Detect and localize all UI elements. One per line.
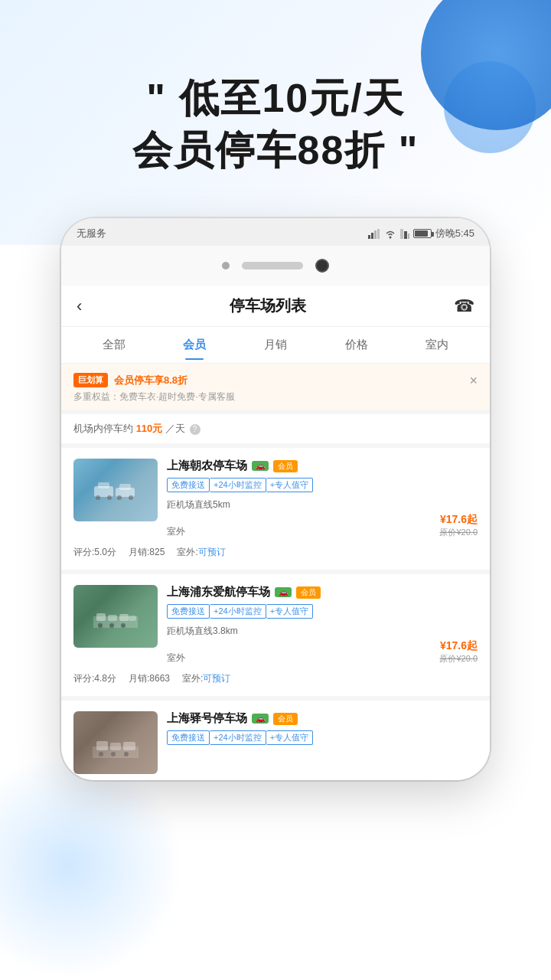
- feature-tags-3: 免费接送 +24小时监控 +专人值守: [167, 730, 478, 745]
- svg-rect-9: [98, 482, 109, 488]
- badge-green-1: 🚗: [252, 461, 269, 471]
- camera-bar: [61, 246, 490, 286]
- badge-member-2: 会员: [296, 586, 321, 599]
- filter-tabs: 全部 会员 月销 价格 室内: [61, 327, 490, 364]
- svg-rect-18: [108, 615, 117, 621]
- help-icon[interactable]: ?: [190, 424, 201, 435]
- parking-card-3[interactable]: 上海驿号停车场 🚗 会员 免费接送 +24小时监控 +专人值守: [61, 701, 490, 780]
- card-bottom-1: 评分:5.0分 月销:825 室外:可预订: [73, 546, 478, 559]
- page-title: 停车场列表: [230, 296, 306, 316]
- svg-point-21: [98, 623, 103, 628]
- card-bottom-2: 评分:4.8分 月销:8663 室外:可预订: [73, 672, 478, 685]
- feature-tag-2-0: 免费接送: [167, 604, 210, 619]
- tab-price[interactable]: 价格: [316, 330, 397, 360]
- card-name-row-1: 上海朝农停车场 🚗 会员: [167, 459, 478, 473]
- airport-price-unit: ／天: [165, 423, 185, 434]
- airport-price-info: 机场内停车约 110元 ／天 ?: [61, 414, 490, 448]
- svg-rect-6: [404, 231, 407, 239]
- battery-icon: [413, 229, 432, 238]
- card-info-1: 上海朝农停车场 🚗 会员 免费接送 +24小时监控 +专人值守 距机场直线5km…: [167, 459, 478, 538]
- svg-rect-26: [110, 743, 121, 750]
- svg-rect-1: [371, 233, 373, 239]
- badge-member-3: 会员: [273, 713, 298, 725]
- card-bookable-1[interactable]: 可预订: [198, 547, 226, 557]
- promo-close-button[interactable]: ×: [469, 373, 478, 389]
- airport-price-value: 110元: [136, 423, 163, 434]
- sensor-dot: [222, 262, 230, 270]
- card-rating-2: 评分:4.8分: [73, 672, 116, 685]
- svg-point-10: [96, 495, 100, 500]
- card-name-row-3: 上海驿号停车场 🚗 会员: [167, 711, 478, 726]
- feature-tags-2: 免费接送 +24小时监控 +专人值守: [167, 604, 478, 619]
- svg-rect-5: [400, 229, 403, 239]
- feature-tag-1-0: 免费接送: [167, 478, 210, 492]
- bg-circle-bottom: [0, 750, 184, 980]
- phone-mockup: 无服务: [61, 218, 490, 780]
- status-bar: 无服务: [61, 218, 490, 246]
- svg-point-28: [99, 752, 103, 756]
- svg-rect-3: [377, 229, 380, 239]
- tab-indoor[interactable]: 室内: [396, 330, 478, 360]
- price-original-1: 原价¥20.0: [439, 527, 478, 538]
- phone-button[interactable]: ☎: [454, 296, 474, 316]
- main-content: 巨划算 会员停车享8.8折 多重权益：免费车衣·超时免费·专属客服 × 机场内停…: [61, 364, 490, 780]
- card-type-1: 室外: [167, 525, 185, 538]
- card-name-row-2: 上海浦东爱航停车场 🚗 会员: [167, 585, 478, 599]
- svg-rect-20: [129, 616, 136, 621]
- hero-section: " 低至10元/天 会员停车88折 ": [0, 73, 551, 176]
- airport-price-label: 机场内停车约: [73, 423, 133, 434]
- card-image-3: [73, 711, 158, 774]
- hero-line1: " 低至10元/天: [31, 73, 520, 125]
- card-info-3: 上海驿号停车场 🚗 会员 免费接送 +24小时监控 +专人值守: [167, 711, 478, 774]
- card-bookable-2[interactable]: 可预订: [203, 673, 230, 684]
- promo-sub: 多重权益：免费车衣·超时免费·专属客服: [73, 390, 478, 403]
- navigation-bar: ‹ 停车场列表 ☎: [61, 286, 490, 327]
- tab-monthly[interactable]: 月销: [235, 330, 316, 360]
- parking-card-1[interactable]: 上海朝农停车场 🚗 会员 免费接送 +24小时监控 +专人值守 距机场直线5km…: [61, 448, 490, 574]
- svg-point-4: [389, 236, 391, 238]
- back-button[interactable]: ‹: [77, 296, 82, 316]
- parking-image-3: [73, 711, 158, 774]
- price-original-2: 原价¥20.0: [439, 653, 478, 665]
- card-distance-2: 距机场直线3.8km: [167, 625, 478, 638]
- svg-rect-27: [123, 742, 135, 750]
- tab-all[interactable]: 全部: [73, 330, 155, 360]
- parking-card-2[interactable]: 上海浦东爱航停车场 🚗 会员 免费接送 +24小时监控 +专人值守 距机场直线3…: [61, 574, 490, 701]
- svg-rect-2: [374, 230, 377, 239]
- card-name-2: 上海浦东爱航停车场: [167, 585, 270, 599]
- feature-tag-3-2: +专人值守: [266, 730, 313, 745]
- svg-rect-17: [96, 613, 106, 621]
- status-right: 傍晚5:45: [368, 227, 474, 240]
- promo-banner: 巨划算 会员停车享8.8折 多重权益：免费车衣·超时免费·专属客服 ×: [61, 364, 490, 414]
- no-service-label: 无服务: [77, 227, 106, 240]
- feature-tag-2-1: +24小时监控: [210, 604, 266, 619]
- promo-top-row: 巨划算 会员停车享8.8折: [73, 373, 478, 387]
- svg-point-29: [111, 752, 116, 756]
- card-type-2: 室外: [167, 652, 185, 665]
- badge-green-2: 🚗: [275, 587, 292, 597]
- svg-rect-13: [119, 484, 131, 490]
- time-label: 傍晚5:45: [435, 227, 474, 240]
- svg-point-15: [129, 495, 133, 500]
- card-name-1: 上海朝农停车场: [167, 459, 247, 473]
- camera-dot: [315, 259, 329, 273]
- card-price-1: ¥17.6起 原价¥20.0: [439, 513, 478, 538]
- tab-member[interactable]: 会员: [155, 330, 236, 360]
- card-price-2: ¥17.6起 原价¥20.0: [439, 639, 478, 665]
- svg-rect-0: [368, 235, 370, 239]
- feature-tag-3-0: 免费接送: [167, 730, 210, 745]
- card-outdoor-2: 室外:可预订: [182, 672, 230, 685]
- svg-rect-25: [96, 741, 108, 750]
- data-icon: [400, 229, 409, 239]
- svg-point-11: [107, 495, 112, 500]
- svg-rect-7: [408, 234, 409, 239]
- feature-tag-1-2: +专人值守: [266, 478, 313, 492]
- promo-tag: 巨划算: [73, 373, 108, 387]
- promo-text: 会员停车享8.8折: [114, 374, 187, 387]
- card-top-2: 上海浦东爱航停车场 🚗 会员 免费接送 +24小时监控 +专人值守 距机场直线3…: [73, 585, 478, 665]
- feature-tags-1: 免费接送 +24小时监控 +专人值守: [167, 478, 478, 492]
- card-monthly-2: 月销:8663: [129, 672, 170, 685]
- svg-point-30: [124, 752, 129, 756]
- feature-tag-3-1: +24小时监控: [210, 730, 266, 745]
- feature-tag-2-2: +专人值守: [266, 604, 313, 619]
